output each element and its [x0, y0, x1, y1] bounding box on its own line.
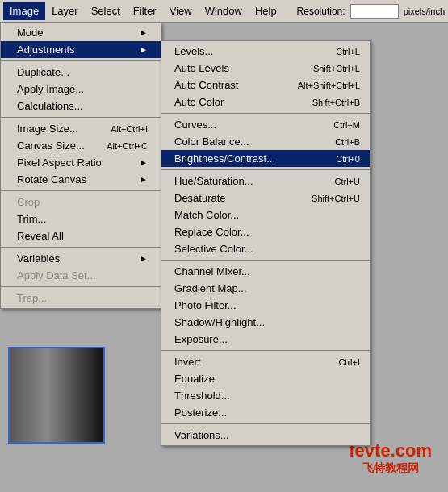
- adj-sep-4: [161, 350, 370, 351]
- adj-sep-5: [161, 423, 370, 424]
- adj-selective-color[interactable]: Selective Color...: [161, 240, 370, 257]
- adj-gradient-map[interactable]: Gradient Map...: [161, 280, 370, 297]
- menu-image-size[interactable]: Image Size... Alt+Ctrl+I: [1, 120, 161, 137]
- menu-mode[interactable]: Mode ►: [1, 24, 161, 41]
- adj-photo-filter[interactable]: Photo Filter...: [161, 297, 370, 314]
- menu-pixel-aspect-ratio[interactable]: Pixel Aspect Ratio ►: [1, 154, 161, 171]
- adj-color-balance[interactable]: Color Balance... Ctrl+B: [161, 133, 370, 150]
- adj-levels[interactable]: Levels... Ctrl+L: [161, 43, 370, 60]
- resolution-input[interactable]: [350, 4, 399, 19]
- adj-invert[interactable]: Invert Ctrl+I: [161, 353, 370, 370]
- menu-filter[interactable]: Filter: [127, 2, 163, 20]
- adj-auto-color[interactable]: Auto Color Shift+Ctrl+B: [161, 94, 370, 110]
- adjustments-menu: Levels... Ctrl+L Auto Levels Shift+Ctrl+…: [161, 40, 371, 446]
- adj-brightness-contrast[interactable]: Brightness/Contrast... Ctrl+0: [161, 150, 370, 167]
- menu-image[interactable]: Image: [3, 2, 45, 20]
- sep-5: [1, 286, 161, 287]
- menu-crop: Crop: [1, 194, 161, 211]
- menu-trim[interactable]: Trim...: [1, 211, 161, 227]
- menu-bar: Image Layer Select Filter View Window He…: [0, 0, 448, 23]
- menu-window[interactable]: Window: [199, 2, 249, 20]
- adj-curves[interactable]: Curves... Ctrl+M: [161, 116, 370, 133]
- resolution-label: Resolution:: [297, 6, 345, 17]
- menu-view[interactable]: View: [163, 2, 199, 20]
- adj-match-color[interactable]: Match Color...: [161, 206, 370, 223]
- menubar-right: Resolution: pixels/inch: [297, 4, 445, 19]
- canvas-thumbnail: [8, 347, 105, 444]
- image-menu: Mode ► Adjustments ► Duplicate... Apply …: [0, 23, 161, 309]
- menu-apply-data-set: Apply Data Set...: [1, 267, 161, 284]
- menu-rotate-canvas[interactable]: Rotate Canvas ►: [1, 171, 161, 188]
- adj-sep-2: [161, 169, 370, 170]
- sep-4: [1, 247, 161, 248]
- watermark-chinese: 飞特教程网: [349, 461, 432, 476]
- adj-sep-1: [161, 113, 370, 114]
- menu-trap: Trap...: [1, 290, 161, 306]
- adj-channel-mixer[interactable]: Channel Mixer...: [161, 263, 370, 280]
- sep-1: [1, 60, 161, 61]
- menu-variables[interactable]: Variables ►: [1, 250, 161, 267]
- resolution-unit: pixels/inch: [404, 6, 445, 16]
- sep-3: [1, 190, 161, 191]
- adj-hue-saturation[interactable]: Hue/Saturation... Ctrl+U: [161, 173, 370, 190]
- adj-desaturate[interactable]: Desaturate Shift+Ctrl+U: [161, 190, 370, 206]
- adj-posterize[interactable]: Posterize...: [161, 404, 370, 421]
- adjustments-arrow: ►: [140, 45, 148, 54]
- adj-exposure[interactable]: Exposure...: [161, 331, 370, 348]
- menu-apply-image[interactable]: Apply Image...: [1, 81, 161, 98]
- mode-arrow: ►: [140, 28, 148, 37]
- adj-shadow-highlight[interactable]: Shadow/Highlight...: [161, 314, 370, 331]
- sep-2: [1, 117, 161, 118]
- menu-layer[interactable]: Layer: [45, 2, 85, 20]
- dropdown-container: Mode ► Adjustments ► Duplicate... Apply …: [0, 23, 161, 309]
- menu-duplicate[interactable]: Duplicate...: [1, 64, 161, 81]
- variables-arrow: ►: [140, 254, 148, 263]
- adj-variations[interactable]: Variations...: [161, 427, 370, 444]
- adj-equalize[interactable]: Equalize: [161, 370, 370, 387]
- menu-reveal-all[interactable]: Reveal All: [1, 227, 161, 244]
- menu-calculations[interactable]: Calculations...: [1, 98, 161, 115]
- adj-auto-contrast[interactable]: Auto Contrast Alt+Shift+Ctrl+L: [161, 77, 370, 94]
- menu-canvas-size[interactable]: Canvas Size... Alt+Ctrl+C: [1, 137, 161, 154]
- rotate-canvas-arrow: ►: [140, 175, 148, 184]
- menu-adjustments[interactable]: Adjustments ►: [1, 41, 161, 58]
- adj-threshold[interactable]: Threshold...: [161, 387, 370, 404]
- menu-select[interactable]: Select: [85, 2, 127, 20]
- pixel-aspect-arrow: ►: [140, 158, 148, 167]
- adj-sep-3: [161, 260, 370, 261]
- menu-help[interactable]: Help: [249, 2, 283, 20]
- adj-auto-levels[interactable]: Auto Levels Shift+Ctrl+L: [161, 60, 370, 77]
- adj-replace-color[interactable]: Replace Color...: [161, 223, 370, 240]
